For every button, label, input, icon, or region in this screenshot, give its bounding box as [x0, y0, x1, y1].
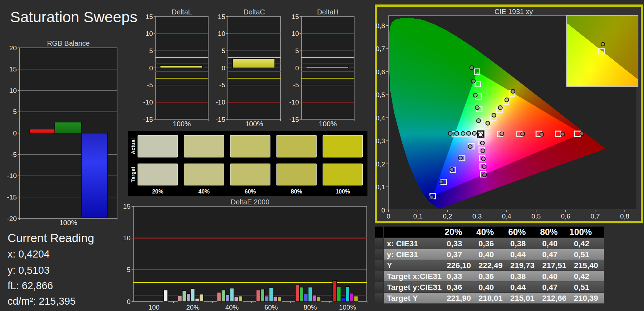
svg-text:0,40: 0,40 — [542, 272, 558, 281]
svg-text:-5: -5 — [147, 81, 153, 89]
svg-text:0,33: 0,33 — [447, 239, 462, 248]
svg-text:80%: 80% — [540, 227, 558, 237]
svg-text:218,01: 218,01 — [478, 294, 503, 303]
svg-text:215,01: 215,01 — [510, 294, 535, 303]
svg-text:DeltaE 2000: DeltaE 2000 — [231, 198, 270, 206]
svg-text:CIE 1931 xy: CIE 1931 xy — [495, 8, 533, 15]
svg-text:0,7: 0,7 — [590, 212, 600, 220]
svg-text:-5: -5 — [11, 151, 17, 158]
svg-text:5: 5 — [149, 47, 153, 55]
svg-text:0,8: 0,8 — [620, 212, 629, 220]
svg-text:Current Reading: Current Reading — [8, 231, 94, 245]
svg-text:20: 20 — [9, 44, 17, 52]
svg-text:0,44: 0,44 — [510, 283, 526, 292]
svg-text:0,2: 0,2 — [443, 212, 452, 220]
svg-text:212,66: 212,66 — [542, 294, 566, 303]
svg-text:100%: 100% — [173, 120, 191, 128]
svg-text:Target x:CIE31: Target x:CIE31 — [387, 272, 442, 281]
svg-text:222,49: 222,49 — [478, 261, 503, 270]
svg-text:y: 0,5103: y: 0,5103 — [8, 265, 50, 276]
svg-text:15: 15 — [218, 13, 225, 20]
svg-text:0,33: 0,33 — [447, 272, 462, 281]
svg-text:0,3: 0,3 — [376, 137, 385, 145]
svg-text:210,39: 210,39 — [574, 294, 598, 303]
svg-text:100%: 100% — [569, 227, 592, 237]
svg-text:-15: -15 — [216, 116, 225, 123]
svg-text:RGB Balance: RGB Balance — [47, 39, 89, 47]
svg-text:100%: 100% — [335, 189, 350, 195]
svg-text:217,51: 217,51 — [542, 261, 566, 270]
svg-text:215,40: 215,40 — [574, 261, 598, 270]
svg-text:20%: 20% — [445, 227, 462, 237]
svg-text:-10: -10 — [216, 99, 225, 106]
svg-text:40%: 40% — [225, 304, 239, 311]
svg-text:60%: 60% — [508, 227, 526, 237]
svg-text:100: 100 — [148, 304, 160, 311]
svg-text:10: 10 — [9, 87, 17, 94]
svg-text:15: 15 — [123, 203, 130, 210]
svg-text:15: 15 — [9, 65, 17, 73]
svg-text:Actual: Actual — [130, 138, 136, 154]
svg-text:0,37: 0,37 — [447, 250, 462, 259]
svg-text:0,51: 0,51 — [574, 283, 589, 292]
svg-text:5: 5 — [295, 47, 299, 55]
svg-text:226,10: 226,10 — [447, 261, 471, 270]
svg-text:-5: -5 — [219, 81, 225, 89]
svg-text:-10: -10 — [7, 172, 17, 179]
svg-text:60%: 60% — [244, 189, 256, 195]
svg-text:-15: -15 — [143, 116, 153, 123]
svg-text:DeltaH: DeltaH — [317, 8, 339, 16]
svg-text:80%: 80% — [291, 189, 302, 195]
svg-text:0: 0 — [13, 129, 17, 137]
svg-text:Target Y: Target Y — [387, 294, 418, 303]
svg-text:0: 0 — [149, 64, 153, 72]
svg-text:DeltaC: DeltaC — [243, 8, 265, 16]
svg-text:x: 0,4204: x: 0,4204 — [8, 248, 50, 260]
svg-text:0,40: 0,40 — [478, 283, 494, 292]
svg-text:0,38: 0,38 — [510, 239, 526, 248]
svg-text:0,42: 0,42 — [574, 239, 589, 248]
svg-text:10: 10 — [291, 30, 299, 37]
svg-text:-20: -20 — [7, 215, 17, 222]
svg-text:y: CIE31: y: CIE31 — [387, 250, 418, 259]
svg-text:0,4: 0,4 — [502, 212, 512, 220]
svg-text:fL: 62,866: fL: 62,866 — [8, 280, 53, 291]
svg-text:0: 0 — [222, 64, 225, 72]
svg-text:0,2: 0,2 — [376, 160, 385, 168]
svg-text:100%: 100% — [245, 120, 263, 128]
svg-text:0: 0 — [127, 298, 131, 305]
svg-text:40%: 40% — [198, 189, 210, 195]
svg-text:0,3: 0,3 — [472, 212, 482, 220]
svg-text:0,6: 0,6 — [561, 212, 570, 220]
svg-text:100%: 100% — [339, 304, 356, 311]
svg-text:-5: -5 — [293, 81, 299, 89]
svg-text:DeltaL: DeltaL — [172, 8, 192, 16]
svg-text:15: 15 — [291, 13, 299, 20]
svg-text:0,6: 0,6 — [376, 68, 385, 76]
svg-text:Y: Y — [387, 261, 392, 270]
svg-text:0,44: 0,44 — [510, 250, 526, 259]
svg-text:60%: 60% — [264, 304, 278, 311]
svg-text:0,5: 0,5 — [531, 212, 540, 220]
svg-text:0,47: 0,47 — [542, 250, 558, 259]
svg-text:Target y:CIE31: Target y:CIE31 — [387, 283, 442, 292]
svg-text:0,47: 0,47 — [542, 283, 558, 292]
svg-text:Target: Target — [130, 167, 136, 183]
svg-text:100%: 100% — [59, 219, 77, 227]
svg-text:-15: -15 — [7, 193, 17, 201]
svg-text:0,5: 0,5 — [376, 91, 385, 99]
svg-text:10: 10 — [123, 234, 130, 242]
svg-text:0,51: 0,51 — [574, 250, 589, 259]
svg-text:cd/m²: 215,395: cd/m²: 215,395 — [8, 296, 76, 307]
svg-text:80%: 80% — [303, 304, 317, 311]
svg-text:0,36: 0,36 — [478, 272, 494, 281]
svg-text:0,7: 0,7 — [376, 45, 385, 52]
svg-text:0,42: 0,42 — [574, 272, 589, 281]
svg-text:20%: 20% — [152, 189, 163, 195]
svg-text:0,36: 0,36 — [478, 239, 494, 248]
svg-text:0,1: 0,1 — [376, 183, 385, 191]
svg-text:-10: -10 — [289, 99, 299, 106]
svg-text:100%: 100% — [319, 120, 337, 128]
svg-text:5: 5 — [13, 108, 17, 115]
svg-text:5: 5 — [222, 47, 225, 55]
